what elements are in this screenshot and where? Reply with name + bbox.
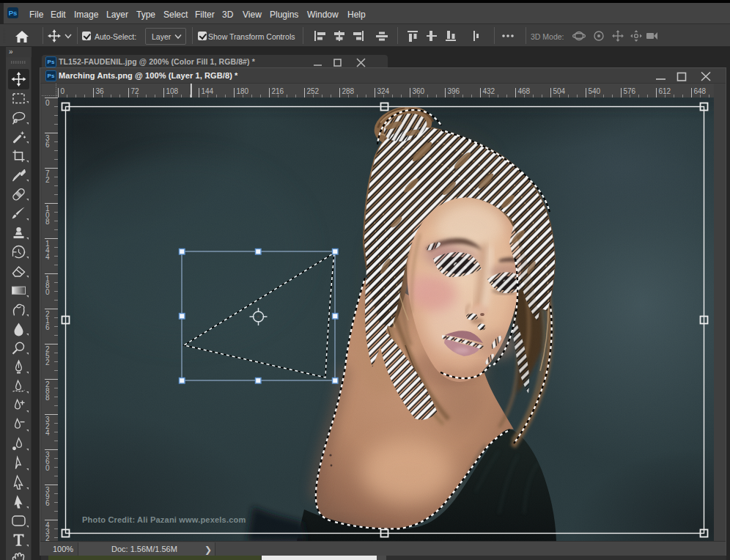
svg-text:4: 4 (45, 253, 50, 261)
svg-text:288: 288 (342, 87, 355, 95)
svg-text:252: 252 (307, 87, 320, 95)
svg-text:540: 540 (589, 87, 601, 95)
svg-text:504: 504 (553, 87, 566, 95)
svg-text:4: 4 (45, 429, 50, 437)
svg-text:2: 2 (45, 358, 50, 366)
svg-text:72: 72 (131, 87, 140, 95)
svg-text:108: 108 (166, 87, 179, 95)
svg-text:396: 396 (448, 87, 460, 95)
svg-text:432: 432 (483, 87, 495, 95)
svg-text:0: 0 (61, 87, 65, 95)
svg-text:Photo Credit: Ali Pazani www.p: Photo Credit: Ali Pazani www.pexels.com (82, 515, 246, 524)
svg-text:144: 144 (202, 87, 214, 95)
svg-text:36: 36 (96, 87, 105, 95)
svg-text:648: 648 (694, 87, 707, 95)
svg-text:576: 576 (624, 87, 636, 95)
svg-text:612: 612 (659, 87, 671, 95)
svg-text:8: 8 (45, 218, 50, 226)
svg-text:216: 216 (272, 87, 284, 95)
svg-text:324: 324 (377, 87, 390, 95)
svg-text:468: 468 (518, 87, 531, 95)
svg-text:2: 2 (45, 176, 50, 184)
svg-text:6: 6 (45, 323, 50, 331)
svg-text:6: 6 (45, 499, 50, 507)
svg-text:0: 0 (45, 464, 50, 472)
svg-text:0: 0 (45, 99, 50, 107)
svg-text:0: 0 (45, 288, 50, 296)
svg-text:8: 8 (45, 394, 50, 402)
svg-text:360: 360 (413, 87, 425, 95)
svg-text:6: 6 (45, 141, 50, 149)
svg-text:180: 180 (237, 87, 249, 95)
